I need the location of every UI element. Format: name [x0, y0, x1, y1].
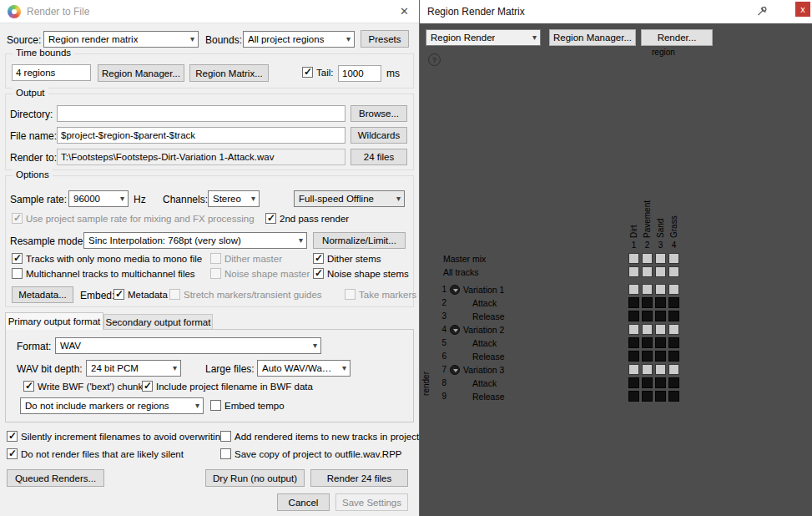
matrix-cell[interactable]: [655, 391, 666, 402]
save-settings-button[interactable]: Save Settings: [335, 493, 408, 511]
matrix-cell[interactable]: [642, 253, 653, 264]
matrix-cell[interactable]: [628, 377, 639, 388]
matrix-cell[interactable]: [655, 284, 666, 295]
matrix-cell[interactable]: [668, 253, 679, 264]
queued-renders-button[interactable]: Queued Renders...: [7, 469, 104, 487]
matrix-cell[interactable]: [668, 297, 679, 308]
matrix-cell[interactable]: [642, 311, 653, 321]
region-matrix-button[interactable]: Region Matrix...: [189, 64, 269, 82]
take-markers-checkbox[interactable]: Take markers: [345, 289, 416, 300]
dither-master-checkbox[interactable]: Dither master: [210, 253, 282, 264]
files-count-button[interactable]: 24 files: [351, 149, 407, 165]
matrix-cell[interactable]: [628, 297, 639, 308]
large-files-select[interactable]: Auto WAV/Wave64 ▾: [257, 360, 351, 377]
matrix-cell[interactable]: [668, 364, 679, 375]
add-rendered-items-checkbox[interactable]: Add rendered items to new tracks in proj…: [220, 431, 419, 442]
folder-triangle-icon[interactable]: [450, 285, 460, 295]
dry-run-button[interactable]: Dry Run (no output): [205, 469, 305, 487]
bounds-select[interactable]: All project regions ▾: [243, 31, 355, 48]
matrix-cell[interactable]: [668, 377, 679, 388]
stretch-markers-checkbox[interactable]: Stretch markers/transient guides: [169, 289, 322, 300]
render-files-button[interactable]: Render 24 files: [310, 469, 408, 487]
matrix-cell[interactable]: [642, 266, 653, 277]
matrix-cell[interactable]: [668, 337, 679, 348]
matrix-cell[interactable]: [668, 351, 679, 362]
matrix-cell[interactable]: [642, 351, 653, 362]
wildcards-button[interactable]: Wildcards: [351, 127, 407, 144]
folder-triangle-icon[interactable]: [450, 365, 460, 375]
matrix-cell[interactable]: [642, 297, 653, 308]
matrix-cell[interactable]: [655, 297, 666, 308]
multichannel-checkbox[interactable]: Multichannel tracks to multichannel file…: [12, 268, 195, 279]
directory-input[interactable]: [57, 105, 345, 122]
matrix-cell[interactable]: [628, 351, 639, 362]
skip-likely-silent-checkbox[interactable]: Do not render files that are likely sile…: [7, 448, 184, 459]
close-icon[interactable]: ✕: [400, 5, 409, 18]
silently-increment-checkbox[interactable]: Silently increment filenames to avoid ov…: [7, 431, 225, 442]
matrix-cell[interactable]: [655, 364, 666, 375]
matrix-cell[interactable]: [655, 266, 666, 277]
normalize-limit-button[interactable]: Normalize/Limit...: [313, 232, 406, 249]
matrix-cell[interactable]: [642, 284, 653, 295]
matrix-cell[interactable]: [668, 391, 679, 402]
matrix-cell[interactable]: [655, 337, 666, 348]
matrix-cell[interactable]: [655, 351, 666, 362]
matrix-cell[interactable]: [628, 364, 639, 375]
checkbox-box: [302, 67, 313, 78]
matrix-cell[interactable]: [655, 253, 666, 264]
bit-depth-select[interactable]: 24 bit PCM ▾: [86, 360, 181, 377]
matrix-cell[interactable]: [642, 364, 653, 375]
matrix-cell[interactable]: [668, 284, 679, 295]
matrix-cell[interactable]: [642, 377, 653, 388]
regions-summary-field[interactable]: 4 regions: [12, 64, 91, 81]
metadata-button[interactable]: Metadata...: [12, 286, 73, 303]
noise-shape-stems-checkbox[interactable]: Noise shape stems: [313, 268, 409, 279]
noise-shape-stems-label: Noise shape stems: [327, 269, 409, 279]
embed-tempo-checkbox[interactable]: Embed tempo: [210, 400, 285, 411]
file-name-input[interactable]: [57, 127, 345, 144]
matrix-cell[interactable]: [628, 311, 639, 321]
tab-primary-output-format[interactable]: Primary output format: [5, 312, 103, 330]
presets-button[interactable]: Presets: [361, 30, 409, 48]
matrix-cell[interactable]: [642, 324, 653, 335]
tail-input[interactable]: [338, 65, 381, 82]
chevron-down-icon: ▾: [173, 363, 177, 372]
browse-button[interactable]: Browse...: [351, 105, 407, 122]
tab-secondary-output-format[interactable]: Secondary output format: [103, 314, 213, 330]
format-select[interactable]: WAV ▾: [55, 337, 321, 354]
sample-rate-combo[interactable]: 96000 ▾: [68, 190, 129, 207]
matrix-cell[interactable]: [628, 266, 639, 277]
matrix-cell[interactable]: [628, 253, 639, 264]
matrix-cell[interactable]: [628, 284, 639, 295]
markers-mode-select[interactable]: Do not include markers or regions ▾: [20, 397, 204, 414]
use-project-samplerate-checkbox[interactable]: Use project sample rate for mixing and F…: [12, 213, 255, 224]
include-filename-bwf-checkbox[interactable]: Include project filename in BWF data: [142, 381, 313, 392]
tail-checkbox[interactable]: Tail:: [302, 67, 333, 78]
matrix-cell[interactable]: [668, 311, 679, 321]
matrix-cell[interactable]: [628, 324, 639, 335]
matrix-cell[interactable]: [642, 337, 653, 348]
mono-tracks-checkbox[interactable]: Tracks with only mono media to mono file: [12, 253, 202, 264]
source-select[interactable]: Region render matrix ▾: [43, 31, 199, 48]
matrix-cell[interactable]: [655, 377, 666, 388]
matrix-cell[interactable]: [655, 311, 666, 321]
folder-triangle-icon[interactable]: [450, 325, 460, 335]
matrix-row: All tracks: [420, 266, 812, 279]
noise-shape-master-checkbox[interactable]: Noise shape master: [210, 268, 310, 279]
dither-stems-checkbox[interactable]: Dither stems: [313, 253, 381, 264]
save-copy-checkbox[interactable]: Save copy of project to outfile.wav.RPP: [220, 448, 402, 459]
cancel-button[interactable]: Cancel: [277, 493, 330, 511]
matrix-cell[interactable]: [668, 266, 679, 277]
matrix-cell[interactable]: [628, 337, 639, 348]
embed-metadata-checkbox[interactable]: Metadata: [113, 289, 168, 300]
matrix-cell[interactable]: [628, 391, 639, 402]
resample-mode-select[interactable]: Sinc Interpolation: 768pt (very slow) ▾: [83, 232, 307, 249]
second-pass-checkbox[interactable]: 2nd pass render: [265, 213, 349, 224]
channels-combo[interactable]: Stereo ▾: [208, 190, 260, 207]
render-speed-select[interactable]: Full-speed Offline ▾: [294, 190, 405, 207]
write-bwf-checkbox[interactable]: Write BWF ('bext') chunk: [23, 381, 143, 392]
matrix-cell[interactable]: [642, 391, 653, 402]
region-manager-button[interactable]: Region Manager...: [98, 64, 184, 82]
matrix-cell[interactable]: [668, 324, 679, 335]
matrix-cell[interactable]: [655, 324, 666, 335]
